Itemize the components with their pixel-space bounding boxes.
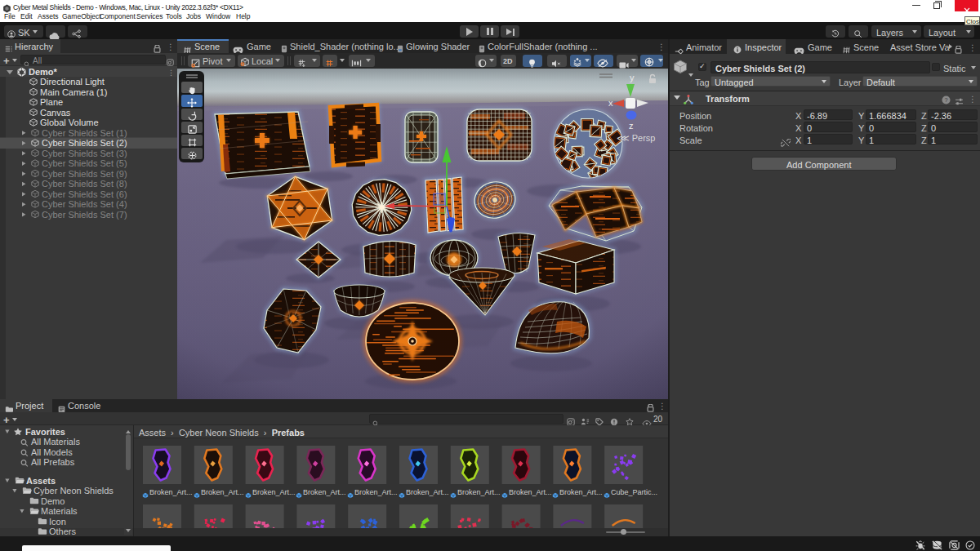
- svg-text:Favorites: Favorites: [25, 427, 65, 437]
- svg-text:Cyber Neon Shields: Cyber Neon Shields: [33, 486, 114, 495]
- svg-text:z: z: [629, 121, 634, 131]
- svg-text:Cyber Shields Set (6): Cyber Shields Set (6): [42, 189, 127, 199]
- svg-text:Main Camera (1): Main Camera (1): [40, 87, 108, 97]
- svg-text:y: y: [630, 73, 635, 82]
- svg-text:Cyber Shields Set (3): Cyber Shields Set (3): [42, 149, 127, 158]
- svg-text:Assets: Assets: [26, 476, 56, 486]
- svg-text:All Prefabs: All Prefabs: [31, 457, 75, 467]
- svg-text:Materials: Materials: [41, 506, 78, 516]
- svg-text:⋘ Persp: ⋘ Persp: [617, 133, 655, 143]
- svg-text:?: ?: [944, 96, 947, 104]
- svg-text:x: x: [608, 98, 613, 108]
- svg-text:All Models: All Models: [31, 447, 73, 457]
- svg-text:Demo: Demo: [41, 496, 65, 506]
- svg-text:Cyber Shields Set (9): Cyber Shields Set (9): [42, 169, 127, 179]
- svg-text:Cyber Shields Set (1): Cyber Shields Set (1): [42, 128, 127, 138]
- svg-text:All Materials: All Materials: [31, 437, 80, 447]
- svg-text:Cyber Shields Set (8): Cyber Shields Set (8): [42, 179, 127, 189]
- svg-text:Directional Light: Directional Light: [40, 77, 105, 87]
- svg-text:Cyber Shields Set (2): Cyber Shields Set (2): [42, 138, 127, 148]
- svg-text:Canvas: Canvas: [40, 108, 71, 118]
- svg-text:Plane: Plane: [40, 97, 63, 107]
- svg-text:Icon: Icon: [49, 517, 66, 527]
- svg-text:Cyber Shields Set (5): Cyber Shields Set (5): [42, 158, 127, 168]
- svg-text:Others: Others: [49, 527, 77, 536]
- svg-text:Cyber Shields Set (4): Cyber Shields Set (4): [42, 199, 127, 209]
- svg-text:Cyber Shields Set (7): Cyber Shields Set (7): [42, 210, 127, 220]
- svg-text:Global Volume: Global Volume: [40, 118, 99, 127]
